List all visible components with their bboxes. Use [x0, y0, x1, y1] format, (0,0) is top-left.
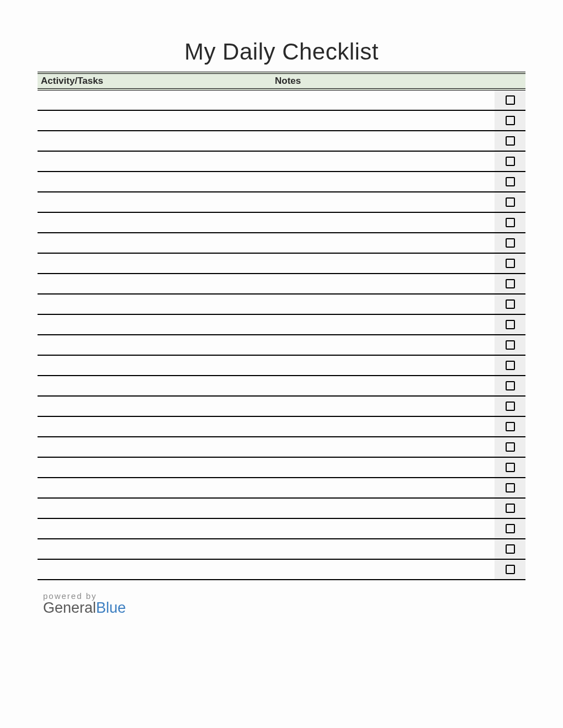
checkbox-icon[interactable]: [506, 218, 515, 227]
activity-cell[interactable]: [38, 437, 198, 458]
activity-cell[interactable]: [38, 172, 198, 192]
activity-cell[interactable]: [38, 417, 198, 437]
notes-cell[interactable]: [198, 192, 495, 213]
checkbox-icon[interactable]: [506, 504, 515, 513]
notes-cell[interactable]: [198, 111, 495, 131]
check-cell: [495, 376, 525, 397]
notes-cell[interactable]: [198, 499, 495, 519]
checkbox-icon[interactable]: [506, 320, 515, 329]
notes-cell[interactable]: [198, 356, 495, 376]
checkbox-icon[interactable]: [506, 259, 515, 268]
table-row: [38, 233, 525, 254]
activity-cell[interactable]: [38, 356, 198, 376]
activity-cell[interactable]: [38, 560, 198, 580]
notes-cell[interactable]: [198, 131, 495, 152]
checkbox-icon[interactable]: [506, 442, 515, 452]
notes-cell[interactable]: [198, 233, 495, 254]
notes-cell[interactable]: [198, 519, 495, 539]
checkbox-icon[interactable]: [506, 565, 515, 574]
check-cell: [495, 356, 525, 376]
table-row: [38, 499, 525, 519]
page-title: My Daily Checklist: [38, 39, 525, 65]
table-row: [38, 131, 525, 152]
notes-cell[interactable]: [198, 90, 495, 111]
checklist-table: Activity/Tasks Notes: [38, 72, 525, 580]
notes-cell[interactable]: [198, 295, 495, 315]
activity-cell[interactable]: [38, 111, 198, 131]
activity-cell[interactable]: [38, 131, 198, 152]
table-row: [38, 397, 525, 417]
table-row: [38, 376, 525, 397]
notes-cell[interactable]: [198, 539, 495, 560]
activity-cell[interactable]: [38, 478, 198, 499]
activity-cell[interactable]: [38, 397, 198, 417]
checkbox-icon[interactable]: [506, 483, 515, 493]
checkbox-icon[interactable]: [506, 422, 515, 431]
checkbox-icon[interactable]: [506, 136, 515, 146]
activity-cell[interactable]: [38, 295, 198, 315]
checkbox-icon[interactable]: [506, 463, 515, 472]
checkbox-icon[interactable]: [506, 95, 515, 105]
notes-cell[interactable]: [198, 274, 495, 295]
notes-cell[interactable]: [198, 397, 495, 417]
activity-cell[interactable]: [38, 376, 198, 397]
activity-cell[interactable]: [38, 519, 198, 539]
table-row: [38, 560, 525, 580]
checkbox-icon[interactable]: [506, 279, 515, 288]
table-row: [38, 458, 525, 478]
checkbox-icon[interactable]: [506, 340, 515, 350]
checkbox-icon[interactable]: [506, 177, 515, 186]
checkbox-icon[interactable]: [506, 238, 515, 248]
checkbox-icon[interactable]: [506, 157, 515, 166]
table-row: [38, 356, 525, 376]
activity-cell[interactable]: [38, 458, 198, 478]
check-cell: [495, 397, 525, 417]
table-row: [38, 417, 525, 437]
check-cell: [495, 519, 525, 539]
checkbox-icon[interactable]: [506, 197, 515, 207]
notes-cell[interactable]: [198, 315, 495, 335]
checkbox-icon[interactable]: [506, 299, 515, 309]
table-row: [38, 152, 525, 172]
notes-cell[interactable]: [198, 213, 495, 233]
notes-cell[interactable]: [198, 335, 495, 356]
notes-cell[interactable]: [198, 376, 495, 397]
check-cell: [495, 499, 525, 519]
checkbox-icon[interactable]: [506, 361, 515, 370]
checkbox-icon[interactable]: [506, 524, 515, 533]
activity-cell[interactable]: [38, 213, 198, 233]
notes-cell[interactable]: [198, 172, 495, 192]
check-cell: [495, 233, 525, 254]
table-row: [38, 539, 525, 560]
table-row: [38, 172, 525, 192]
notes-cell[interactable]: [198, 458, 495, 478]
notes-cell[interactable]: [198, 254, 495, 274]
activity-cell[interactable]: [38, 539, 198, 560]
checkbox-icon[interactable]: [506, 544, 515, 554]
checkbox-icon[interactable]: [506, 116, 515, 125]
check-cell: [495, 335, 525, 356]
activity-cell[interactable]: [38, 233, 198, 254]
activity-cell[interactable]: [38, 315, 198, 335]
check-cell: [495, 254, 525, 274]
activity-cell[interactable]: [38, 254, 198, 274]
activity-cell[interactable]: [38, 192, 198, 213]
activity-cell[interactable]: [38, 499, 198, 519]
notes-cell[interactable]: [198, 560, 495, 580]
checkbox-icon[interactable]: [506, 381, 515, 390]
brand-general: General: [43, 599, 96, 616]
notes-cell[interactable]: [198, 417, 495, 437]
activity-cell[interactable]: [38, 152, 198, 172]
check-cell: [495, 478, 525, 499]
table-row: [38, 192, 525, 213]
activity-cell[interactable]: [38, 335, 198, 356]
activity-cell[interactable]: [38, 274, 198, 295]
notes-cell[interactable]: [198, 152, 495, 172]
table-row: [38, 90, 525, 111]
notes-cell[interactable]: [198, 437, 495, 458]
check-cell: [495, 131, 525, 152]
check-cell: [495, 539, 525, 560]
notes-cell[interactable]: [198, 478, 495, 499]
activity-cell[interactable]: [38, 90, 198, 111]
checkbox-icon[interactable]: [506, 402, 515, 411]
